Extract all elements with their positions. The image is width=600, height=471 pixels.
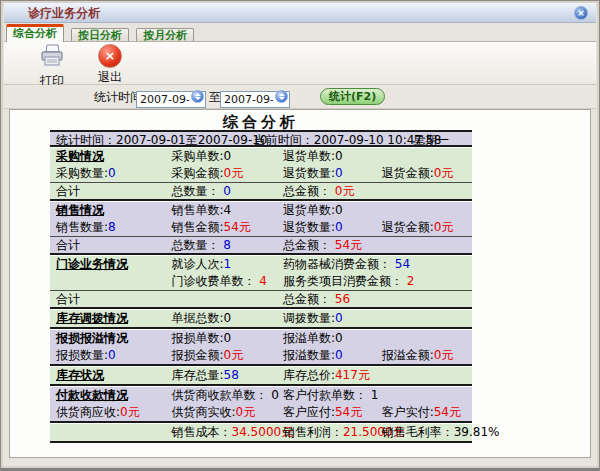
table-cell: 退货金额:0元: [382, 165, 454, 182]
table-cell: 销售数量:8: [56, 219, 116, 236]
table-cell: 总金额： 0元: [283, 183, 354, 200]
close-button[interactable]: ×: [574, 6, 588, 20]
table-cell: 报溢单数:0: [283, 330, 343, 347]
table-cell: 客户应付:54元: [283, 404, 362, 421]
section-stock-transfer: 库存调拨情况单据总数:0调拨数量:0: [50, 310, 472, 329]
section-title: 报损报溢情况: [56, 330, 128, 347]
table-cell: 供货商应收:0元: [56, 404, 140, 421]
tab-comprehensive-analysis[interactable]: 综合分析: [6, 24, 64, 42]
table-cell: 总金额： 56: [283, 291, 350, 308]
table-cell: 客户付款单数： 1: [283, 387, 378, 404]
table-row: 合计总金额： 56: [50, 290, 472, 307]
report-header-row: 统计时间：2007-09-01至2007-09-10 当前时间：2007-09-…: [50, 130, 472, 147]
report-weekday: 星期一: [413, 132, 449, 149]
table-row: 采购情况采购单数:0退货单数:0: [50, 148, 472, 165]
section-loss-overflow: 报损报溢情况报损单数:0报溢单数:0报损数量:0报损金额:0元报溢数量:0报溢金…: [50, 330, 472, 366]
statistics-button[interactable]: 统计(F2): [320, 88, 385, 105]
table-row: 报损数量:0报损金额:0元报溢数量:0报溢金额:0元: [50, 347, 472, 364]
section-profit: 销售成本：34.5000元销售利润：21.5000元销售毛利率：39.81%: [50, 424, 472, 443]
table-cell: 总金额： 54元: [283, 237, 362, 254]
section-outpatient: 门诊业务情况就诊人次:1药物器械消费金额： 54门诊收费单数： 4服务类项目消费…: [50, 256, 472, 309]
table-cell: 门诊收费单数： 4: [172, 273, 267, 290]
table-row: 门诊业务情况就诊人次:1药物器械消费金额： 54: [50, 256, 472, 273]
table-cell: 报溢金额:0元: [382, 347, 454, 364]
section-title: 付款收款情况: [56, 387, 128, 404]
title-bar: 诊疗业务分析 ×: [4, 3, 596, 23]
table-cell: 退货金额:0元: [382, 219, 454, 236]
section-title: 库存状况: [56, 367, 104, 384]
table-row: 库存调拨情况单据总数:0调拨数量:0: [50, 310, 472, 327]
section-title: 采购情况: [56, 148, 104, 165]
filter-bar: 统计时间： 至 统计(F2): [4, 85, 596, 109]
toolbar: 打印 × 退出: [4, 41, 596, 85]
print-button[interactable]: 打印: [26, 44, 78, 84]
table-cell: 退货单数:0: [283, 148, 343, 165]
section-title: 销售情况: [56, 202, 104, 219]
exit-label: 退出: [84, 69, 136, 86]
table-cell: 客户实付:54元: [382, 404, 461, 421]
app-window: 诊疗业务分析 × 综合分析 按日分析 按月分析 打印 × 退出 统计时间：: [0, 0, 600, 471]
window-title: 诊疗业务分析: [28, 3, 100, 23]
table-row: 库存状况库存总量:58库存总价:417元: [50, 367, 472, 384]
table-row: 供货商应收:0元供货商实收:0元客户应付:54元客户实付:54元: [50, 404, 472, 421]
date-to-spinner-icon[interactable]: [275, 90, 288, 103]
table-cell: 就诊人次:1: [172, 256, 232, 273]
table-cell: 销售毛利率：39.81%: [382, 424, 500, 441]
report-period: 统计时间：2007-09-01至2007-09-10: [56, 132, 267, 149]
section-title: 门诊业务情况: [56, 256, 128, 273]
table-cell: 采购单数:0: [172, 148, 232, 165]
table-cell: 销售成本：34.5000元: [172, 424, 294, 441]
table-row: 门诊收费单数： 4服务类项目消费金额： 2: [50, 273, 472, 290]
table-cell: 总数量： 8: [172, 237, 231, 254]
section-purchase: 采购情况采购单数:0退货单数:0采购数量:0采购金额:0元退货数量:0退货金额:…: [50, 148, 472, 201]
table-row: 合计总数量： 8总金额： 54元: [50, 236, 472, 253]
table-cell: 供货商收款单数： 0: [172, 387, 279, 404]
section-payment-receipt: 付款收款情况供货商收款单数： 0客户付款单数： 1供货商应收:0元供货商实收:0…: [50, 387, 472, 423]
table-cell: 总数量： 0: [172, 183, 231, 200]
tab-bar: 综合分析 按日分析 按月分析: [4, 23, 596, 41]
table-cell: 调拨数量:0: [283, 310, 343, 327]
table-cell: 单据总数:0: [172, 310, 232, 327]
table-cell: 销售金额:54元: [172, 219, 251, 236]
table-row: 付款收款情况供货商收款单数： 0客户付款单数： 1: [50, 387, 472, 404]
section-sales: 销售情况销售单数:4退货单数:0销售数量:8销售金额:54元退货数量:0退货金额…: [50, 202, 472, 255]
table-cell: 报损单数:0: [172, 330, 232, 347]
table-cell: 采购数量:0: [56, 165, 116, 182]
report-panel: 综合分析 统计时间：2007-09-01至2007-09-10 当前时间：200…: [9, 109, 591, 458]
section-title: 库存调拨情况: [56, 310, 128, 327]
table-cell: 退货数量:0: [283, 165, 343, 182]
report-table: 统计时间：2007-09-01至2007-09-10 当前时间：2007-09-…: [50, 130, 472, 444]
table-cell: 供货商实收:0元: [172, 404, 256, 421]
table-cell: 采购金额:0元: [172, 165, 244, 182]
table-cell: 销售单数:4: [172, 202, 232, 219]
table-cell: 报溢数量:0: [283, 347, 343, 364]
table-cell: 合计: [56, 183, 80, 200]
table-cell: 服务类项目消费金额： 2: [283, 273, 414, 290]
exit-icon: ×: [98, 44, 122, 68]
printer-icon: [39, 44, 65, 68]
date-from-spinner-icon[interactable]: [191, 90, 204, 103]
table-cell: 退货数量:0: [283, 219, 343, 236]
table-row: 销售数量:8销售金额:54元退货数量:0退货金额:0元: [50, 219, 472, 236]
table-row: 销售情况销售单数:4退货单数:0: [50, 202, 472, 219]
table-row: 采购数量:0采购金额:0元退货数量:0退货金额:0元: [50, 165, 472, 182]
table-cell: 退货单数:0: [283, 202, 343, 219]
table-row: 报损报溢情况报损单数:0报溢单数:0: [50, 330, 472, 347]
table-cell: 报损金额:0元: [172, 347, 244, 364]
table-row: 销售成本：34.5000元销售利润：21.5000元销售毛利率：39.81%: [50, 424, 472, 441]
table-cell: 药物器械消费金额： 54: [283, 256, 410, 273]
table-cell: 库存总价:417元: [283, 367, 370, 384]
exit-button[interactable]: × 退出: [84, 44, 136, 84]
table-cell: 报损数量:0: [56, 347, 116, 364]
table-cell: 合计: [56, 237, 80, 254]
table-cell: 库存总量:58: [172, 367, 239, 384]
table-row: 合计总数量： 0总金额： 0元: [50, 182, 472, 199]
table-cell: 合计: [56, 291, 80, 308]
section-inventory: 库存状况库存总量:58库存总价:417元: [50, 367, 472, 386]
close-icon: ×: [577, 8, 585, 18]
